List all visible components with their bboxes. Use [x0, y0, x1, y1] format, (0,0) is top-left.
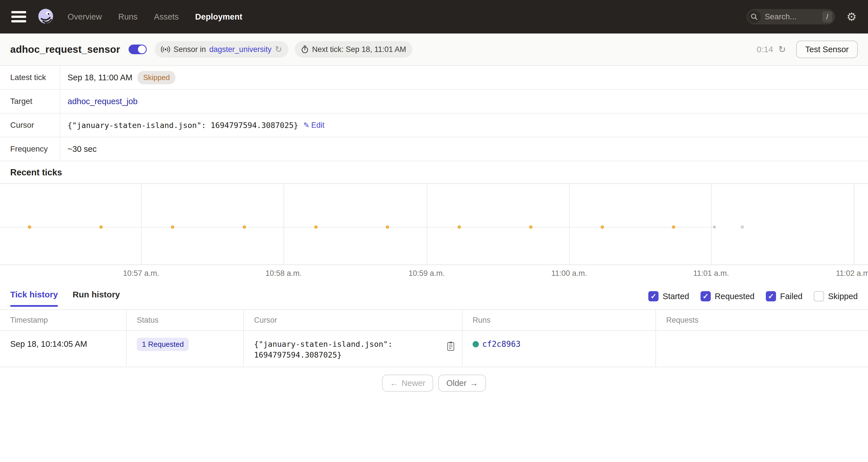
tick-dot-skipped[interactable]: [28, 225, 31, 229]
filter-skipped[interactable]: Skipped: [814, 291, 858, 301]
detail-row-frequency: Frequency ~30 sec: [0, 137, 868, 161]
tick-dot-skipped[interactable]: [243, 225, 246, 229]
nav-item-assets[interactable]: Assets: [154, 12, 179, 22]
next-tick-pill: Next tick: Sep 18, 11:01 AM: [294, 41, 412, 58]
checkbox-requested[interactable]: ✓: [701, 291, 711, 301]
refresh-countdown: 0:14: [757, 44, 773, 54]
sensor-location-pill: Sensor in dagster_university ↻: [155, 41, 288, 58]
recent-ticks-title: Recent ticks: [0, 161, 868, 183]
cursor-value: {"january-staten-island.json": 169479759…: [67, 121, 298, 130]
skipped-status-badge: Skipped: [137, 71, 176, 84]
chart-gridline: [854, 184, 855, 265]
tab-tick-history[interactable]: Tick history: [10, 290, 58, 307]
chart-gridline: [569, 184, 570, 265]
newer-button[interactable]: ← Newer: [382, 375, 433, 392]
chart-gridline: [284, 184, 284, 265]
code-location-link[interactable]: dagster_university: [209, 45, 271, 54]
tick-dot-current: [713, 225, 716, 228]
tick-dot-skipped[interactable]: [672, 225, 675, 229]
latest-tick-value: Sep 18, 11:00 AM: [67, 73, 132, 82]
recent-ticks-section: Recent ticks 10:57 a.m.10:58 a.m.10:59 a…: [0, 161, 868, 280]
table-row: Sep 18, 10:14:05 AM 1 Requested {"januar…: [0, 331, 868, 367]
recent-ticks-axis: 10:57 a.m.10:58 a.m.10:59 a.m.11:00 a.m.…: [0, 265, 868, 280]
tabs-row: Tick history Run history ✓ Started ✓ Req…: [0, 280, 868, 309]
checkbox-started[interactable]: ✓: [648, 291, 658, 301]
latest-tick-label: Latest tick: [0, 66, 60, 89]
tick-dot-skipped[interactable]: [99, 225, 103, 229]
axis-tick-label: 10:59 a.m.: [408, 269, 445, 278]
cell-requests: [656, 331, 868, 367]
search-input[interactable]: [765, 12, 822, 21]
pencil-icon: ✎: [304, 121, 310, 129]
detail-row-latest-tick: Latest tick Sep 18, 11:00 AM Skipped: [0, 66, 868, 90]
run-id-link[interactable]: cf2c8963: [482, 339, 521, 349]
timer-icon: [301, 45, 309, 54]
axis-tick-label: 11:02 a.m.: [836, 269, 868, 278]
dagster-logo-icon[interactable]: [36, 7, 55, 26]
nav-links: Overview Runs Assets Deployment: [67, 12, 242, 22]
timeline-baseline: [0, 227, 714, 227]
target-label: Target: [0, 90, 60, 113]
checkbox-skipped[interactable]: [814, 291, 824, 301]
col-header-runs: Runs: [462, 310, 656, 330]
top-navbar: Overview Runs Assets Deployment / ⚙: [0, 0, 868, 33]
test-sensor-button[interactable]: Test Sensor: [796, 40, 858, 58]
hamburger-menu-icon[interactable]: [11, 11, 26, 23]
cell-runs: cf2c8963: [462, 331, 656, 367]
tick-history-table: Timestamp Status Cursor Runs Requests Se…: [0, 309, 868, 367]
sensor-header: adhoc_request_sensor Sensor in dagster_u…: [0, 33, 868, 66]
col-header-status: Status: [127, 310, 244, 330]
recent-ticks-chart: [0, 183, 868, 265]
pagination: ← Newer Older →: [0, 367, 868, 399]
tick-dot-skipped[interactable]: [458, 225, 461, 229]
axis-tick-label: 11:00 a.m.: [551, 269, 587, 278]
filter-started[interactable]: ✓ Started: [648, 291, 689, 301]
cell-cursor: {"january-staten-island.json": 169479759…: [244, 331, 462, 367]
tab-run-history[interactable]: Run history: [73, 290, 120, 307]
requested-status-badge[interactable]: 1 Requested: [137, 338, 189, 351]
sensor-toggle[interactable]: [129, 44, 147, 54]
detail-row-cursor: Cursor {"january-staten-island.json": 16…: [0, 114, 868, 137]
page-title: adhoc_request_sensor: [10, 44, 120, 55]
checkbox-failed[interactable]: ✓: [766, 291, 776, 301]
nav-item-runs[interactable]: Runs: [118, 12, 138, 22]
refresh-icon[interactable]: ↻: [778, 44, 786, 55]
axis-tick-label: 10:57 a.m.: [123, 269, 159, 278]
sensor-in-label: Sensor in: [174, 45, 206, 54]
nav-item-overview[interactable]: Overview: [67, 12, 102, 22]
run-status-dot: [473, 341, 479, 347]
chart-gridline: [141, 184, 142, 265]
frequency-label: Frequency: [0, 137, 60, 161]
search-shortcut-badge: /: [822, 11, 832, 23]
table-header-row: Timestamp Status Cursor Runs Requests: [0, 310, 868, 331]
copy-cursor-icon[interactable]: [446, 341, 455, 351]
tick-dot-skipped[interactable]: [386, 225, 389, 229]
row-cursor-value: {"january-staten-island.json": 169479759…: [254, 339, 413, 361]
nav-item-deployment[interactable]: Deployment: [195, 12, 242, 22]
tick-dot-skipped[interactable]: [600, 225, 604, 229]
tick-dot-skipped[interactable]: [314, 225, 318, 229]
detail-row-target: Target adhoc_request_job: [0, 90, 868, 114]
edit-cursor-link[interactable]: ✎ Edit: [304, 121, 324, 130]
status-filters: ✓ Started ✓ Requested ✓ Failed Skipped: [648, 291, 858, 305]
older-button[interactable]: Older →: [438, 375, 486, 392]
left-arrow-icon: ←: [390, 378, 398, 388]
tick-dot-pending: [741, 225, 744, 229]
filter-requested[interactable]: ✓ Requested: [701, 291, 754, 301]
right-arrow-icon: →: [470, 378, 478, 388]
search-box[interactable]: /: [746, 9, 835, 24]
filter-failed[interactable]: ✓ Failed: [766, 291, 802, 301]
chart-gridline: [711, 184, 712, 265]
cursor-label: Cursor: [0, 114, 60, 137]
target-job-link[interactable]: adhoc_request_job: [67, 97, 138, 106]
tick-dot-skipped[interactable]: [171, 225, 174, 229]
reload-location-icon[interactable]: ↻: [275, 45, 282, 54]
tick-dot-skipped[interactable]: [529, 225, 532, 229]
sensor-details: Latest tick Sep 18, 11:00 AM Skipped Tar…: [0, 66, 868, 161]
col-header-timestamp: Timestamp: [0, 310, 127, 330]
gear-icon[interactable]: ⚙: [846, 11, 857, 23]
search-icon: [748, 10, 761, 23]
dagster-sensor-page: Overview Runs Assets Deployment / ⚙ adho…: [0, 0, 868, 462]
col-header-cursor: Cursor: [244, 310, 462, 330]
col-header-requests: Requests: [656, 310, 868, 330]
